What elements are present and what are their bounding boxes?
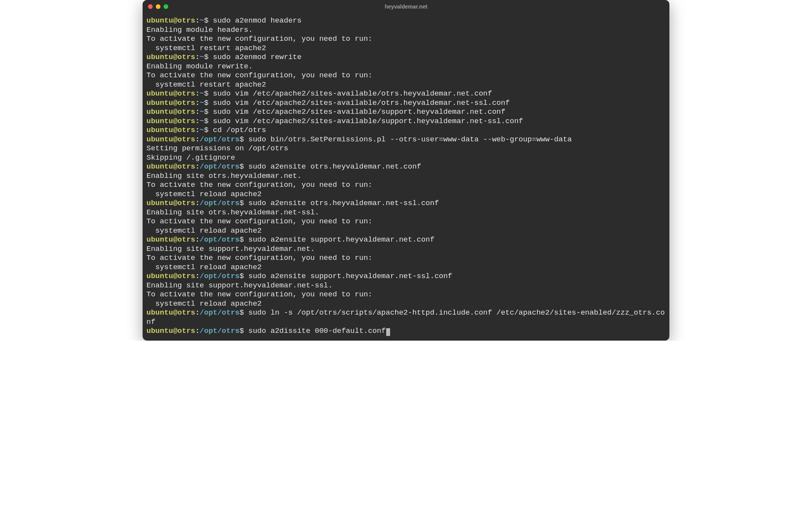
terminal-prompt-line: ubuntu@otrs:/opt/otrs$ sudo ln -s /opt/o… (146, 308, 666, 327)
prompt-user: ubuntu (146, 308, 173, 317)
prompt-at: @ (173, 272, 177, 280)
terminal-prompt-line: ubuntu@otrs:~$ sudo vim /etc/apache2/sit… (146, 89, 666, 99)
prompt-colon: : (195, 89, 199, 98)
terminal-output-line: systemctl reload apache2 (146, 226, 666, 236)
terminal-output-line: Enabling site otrs.heyvaldemar.net-ssl. (146, 208, 666, 218)
prompt-colon: : (195, 327, 199, 335)
prompt-colon: : (195, 135, 199, 144)
prompt-user: ubuntu (146, 327, 173, 335)
prompt-dollar: $ (204, 53, 213, 61)
prompt-path: ~ (200, 126, 204, 134)
prompt-colon: : (195, 53, 199, 61)
prompt-path: ~ (200, 117, 204, 125)
prompt-path: /opt/otrs (200, 135, 240, 144)
maximize-icon[interactable] (164, 4, 168, 9)
terminal-output-line: systemctl reload apache2 (146, 263, 666, 272)
output-text: To activate the new configuration, you n… (146, 290, 373, 299)
terminal-output-line: systemctl reload apache2 (146, 299, 666, 309)
command-text: sudo vim /etc/apache2/sites-available/su… (213, 108, 505, 116)
terminal-output-line: systemctl restart apache2 (146, 80, 666, 90)
command-text: sudo a2ensite otrs.heyvaldemar.net.conf (248, 162, 421, 171)
terminal-output-line: Enabling site support.heyvaldemar.net-ss… (146, 281, 666, 291)
prompt-host: otrs (178, 162, 195, 171)
output-text: Enabling site support.heyvaldemar.net. (146, 245, 315, 253)
terminal-output-line: To activate the new configuration, you n… (146, 181, 666, 190)
terminal-output-line: Enabling module rewrite. (146, 62, 666, 71)
prompt-dollar: $ (239, 235, 248, 244)
prompt-at: @ (173, 99, 177, 107)
terminal-prompt-line: ubuntu@otrs:~$ sudo a2enmod rewrite (146, 53, 666, 62)
terminal-output-line: To activate the new configuration, you n… (146, 71, 666, 80)
prompt-user: ubuntu (146, 108, 173, 116)
prompt-at: @ (173, 89, 177, 98)
command-text: sudo vim /etc/apache2/sites-available/ot… (213, 99, 510, 107)
prompt-user: ubuntu (146, 117, 173, 125)
terminal-prompt-line: ubuntu@otrs:/opt/otrs$ sudo a2ensite sup… (146, 272, 666, 281)
terminal-output-line: Enabling module headers. (146, 26, 666, 35)
output-text: To activate the new configuration, you n… (146, 181, 373, 189)
prompt-at: @ (173, 135, 177, 144)
prompt-path: /opt/otrs (200, 272, 240, 280)
prompt-host: otrs (178, 135, 195, 144)
close-icon[interactable] (148, 4, 153, 9)
output-text: systemctl reload apache2 (146, 299, 261, 308)
prompt-at: @ (173, 108, 177, 116)
command-text: sudo vim /etc/apache2/sites-available/su… (213, 117, 523, 125)
terminal-output-line: To activate the new configuration, you n… (146, 35, 666, 44)
prompt-at: @ (173, 308, 177, 317)
prompt-at: @ (173, 53, 177, 61)
prompt-colon: : (195, 308, 199, 317)
command-text: sudo a2enmod headers (213, 16, 301, 25)
prompt-dollar: $ (204, 108, 213, 116)
output-text: To activate the new configuration, you n… (146, 71, 373, 80)
prompt-colon: : (195, 117, 199, 125)
window-title: heyvaldemar.net (143, 3, 669, 10)
output-text: To activate the new configuration, you n… (146, 254, 373, 262)
minimize-icon[interactable] (156, 4, 160, 9)
prompt-dollar: $ (239, 272, 248, 280)
terminal-output-line: systemctl restart apache2 (146, 44, 666, 53)
command-text: sudo a2ensite support.heyvaldemar.net-ss… (248, 272, 452, 280)
terminal-prompt-line: ubuntu@otrs:/opt/otrs$ sudo bin/otrs.Set… (146, 135, 666, 144)
cursor-icon (386, 328, 390, 336)
terminal-output-line: systemctl reload apache2 (146, 190, 666, 199)
terminal-output-line: Enabling site support.heyvaldemar.net. (146, 245, 666, 254)
prompt-dollar: $ (204, 89, 213, 98)
prompt-dollar: $ (239, 308, 248, 317)
prompt-at: @ (173, 126, 177, 134)
prompt-user: ubuntu (146, 99, 173, 107)
prompt-at: @ (173, 162, 177, 171)
prompt-user: ubuntu (146, 16, 173, 25)
terminal-output-line: Enabling site otrs.heyvaldemar.net. (146, 172, 666, 181)
output-text: systemctl restart apache2 (146, 80, 266, 89)
command-text: sudo vim /etc/apache2/sites-available/ot… (213, 89, 492, 98)
output-text: Enabling site otrs.heyvaldemar.net-ssl. (146, 208, 319, 217)
prompt-path: /opt/otrs (200, 327, 240, 335)
prompt-at: @ (173, 327, 177, 335)
prompt-user: ubuntu (146, 199, 173, 207)
prompt-dollar: $ (204, 117, 213, 125)
prompt-host: otrs (178, 126, 195, 134)
terminal-prompt-line: ubuntu@otrs:/opt/otrs$ sudo a2ensite sup… (146, 235, 666, 245)
terminal-prompt-line: ubuntu@otrs:/opt/otrs$ sudo a2ensite otr… (146, 199, 666, 208)
output-text: Enabling site otrs.heyvaldemar.net. (146, 172, 301, 180)
terminal-prompt-line: ubuntu@otrs:/opt/otrs$ sudo a2ensite otr… (146, 162, 666, 172)
prompt-host: otrs (178, 16, 195, 25)
output-text: Setting permissions on /opt/otrs (146, 144, 288, 153)
prompt-colon: : (195, 108, 199, 116)
output-text: Enabling module headers. (146, 26, 253, 34)
output-text: Skipping /.gitignore (146, 153, 235, 162)
prompt-host: otrs (178, 308, 195, 317)
prompt-at: @ (173, 235, 177, 244)
prompt-user: ubuntu (146, 126, 173, 134)
prompt-colon: : (195, 16, 199, 25)
terminal-body[interactable]: ubuntu@otrs:~$ sudo a2enmod headersEnabl… (143, 13, 669, 341)
command-text: sudo a2ensite support.heyvaldemar.net.co… (248, 235, 434, 244)
terminal-output-line: To activate the new configuration, you n… (146, 217, 666, 226)
prompt-user: ubuntu (146, 89, 173, 98)
prompt-host: otrs (178, 99, 195, 107)
terminal-prompt-line: ubuntu@otrs:~$ cd /opt/otrs (146, 126, 666, 135)
prompt-at: @ (173, 199, 177, 207)
prompt-host: otrs (178, 327, 195, 335)
prompt-path: ~ (200, 99, 204, 107)
